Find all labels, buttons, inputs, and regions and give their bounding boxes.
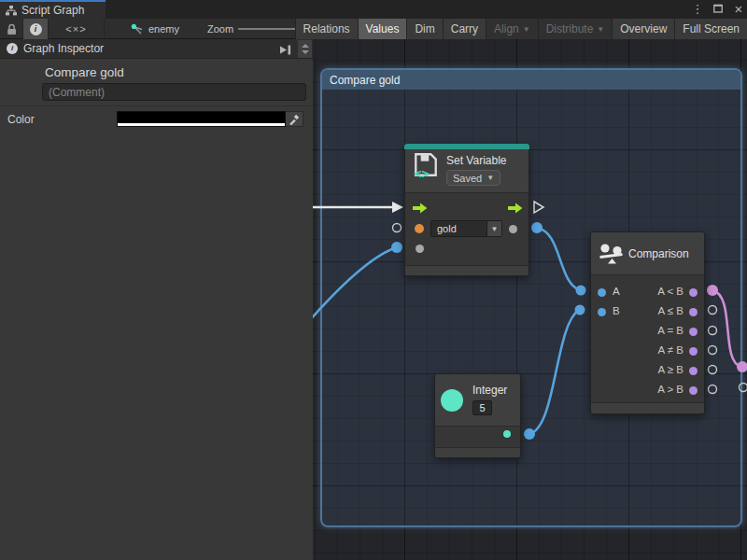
output-label: A ≤ B [658,305,684,316]
output-label: A = B [657,325,684,336]
flow-output-port[interactable] [508,203,523,214]
zoom-label: Zoom [207,19,233,39]
comment-input[interactable] [42,83,306,101]
color-swatch[interactable] [117,111,286,127]
distribute-dropdown[interactable]: Distribute ▼ [539,19,613,39]
arrow-down-icon [302,50,309,54]
dim-toggle[interactable]: Dim [407,19,443,39]
relations-toggle[interactable]: Relations [296,19,359,39]
integer-circle-icon [441,389,463,412]
fallback-input-port[interactable] [416,245,424,253]
node-title: Set Variable [446,154,506,167]
variable-input-port[interactable] [415,224,424,233]
node-integer[interactable]: Integer 5 [434,373,521,458]
value-output-port[interactable] [509,225,517,233]
window-menu-icon[interactable]: ⋮ [691,0,704,19]
output-port-greater[interactable] [689,386,698,395]
inspector-toggle-button[interactable]: i [23,19,49,39]
info-icon: i [7,43,18,54]
chevron-down-icon: ▼ [486,221,501,236]
save-variable-icon: <> [413,151,439,179]
integer-output-port[interactable] [503,430,511,438]
comparison-row: A ≥ B [591,361,704,381]
align-label: Align [494,22,519,35]
inspector-header-title: Graph Inspector [23,42,104,55]
window-maximize-icon[interactable] [712,0,725,19]
color-label: Color [7,113,35,126]
eyedropper-button[interactable] [286,111,303,127]
overview-button[interactable]: Overview [613,19,675,39]
chevron-down-icon: ▼ [486,174,494,182]
node-title: Comparison [628,247,689,260]
eyedropper-icon [289,114,300,125]
graph-breadcrumb[interactable]: enemy [131,19,179,39]
toolbar-toggles: Relations Values Dim Carry Align ▼ Distr… [295,19,747,39]
titlebar: Script Graph ⋮ × [0,0,747,19]
divider [0,105,313,106]
node-title: Integer [472,384,507,397]
output-label: A > B [657,384,684,395]
node-comparison[interactable]: Comparison A A < B B A ≤ B A = B A ≠ B [590,231,705,414]
inspector-header: i Graph Inspector [0,39,313,59]
variable-name: gold [431,223,486,234]
graph-canvas[interactable]: Compare gold [313,39,747,560]
align-dropdown[interactable]: Align ▼ [486,19,539,39]
input-label-b: B [613,305,620,316]
comparison-row: B A ≤ B [591,302,704,322]
node-footer [435,447,520,457]
window-close-icon[interactable]: × [732,0,745,19]
panel-spinner-control[interactable] [298,40,312,58]
info-icon: i [30,23,42,35]
graph-inspector-panel: i Graph Inspector Compare gold Color [0,39,313,560]
output-label: A ≥ B [658,364,684,375]
code-view-button[interactable]: <×> [49,19,105,39]
alpha-bar [118,123,285,126]
node-set-variable[interactable]: <> Set Variable Saved ▼ gold ▼ [404,144,529,276]
variable-kind-dropdown[interactable]: Saved ▼ [446,170,500,186]
distribute-label: Distribute [546,22,594,35]
full-screen-button[interactable]: Full Screen [675,19,747,39]
lock-icon [7,23,17,35]
integer-value-field[interactable]: 5 [472,400,492,415]
chevron-down-icon: ▼ [597,25,604,34]
output-port-equal[interactable] [689,328,698,336]
values-toggle[interactable]: Values [359,19,408,39]
comparison-row: A > B [591,381,704,400]
output-port-greater-equal[interactable] [689,367,698,375]
output-port-less[interactable] [689,288,698,297]
flow-input-port[interactable] [413,203,428,214]
variable-name-dropdown[interactable]: gold ▼ [430,220,502,237]
dock-panel-icon[interactable] [279,43,292,60]
lock-button[interactable] [0,19,23,39]
tab-script-graph[interactable]: Script Graph [0,0,106,19]
input-port-b[interactable] [598,308,606,316]
output-port-not-equal[interactable] [689,347,698,356]
node-footer [591,402,704,413]
graph-name: enemy [148,23,179,35]
chevron-down-icon: ▼ [523,25,530,34]
comparison-row: A A < B [591,283,704,302]
window-controls: ⋮ × [691,0,745,19]
script-graph-window: Script Graph ⋮ × i <×> enemy [0,0,747,560]
graph-title: Compare gold [45,65,124,79]
output-label: A ≠ B [658,344,684,356]
arrow-up-icon [302,44,309,48]
output-port-less-equal[interactable] [689,308,698,316]
input-port-a[interactable] [598,288,606,297]
toolbar: i <×> enemy Zoom 1x Relations Values Dim… [0,19,747,39]
output-label: A < B [657,286,684,297]
input-label-a: A [613,286,620,297]
carry-toggle[interactable]: Carry [444,19,486,39]
comparison-row: A ≠ B [591,342,704,361]
comparison-scale-icon [599,243,624,266]
graph-node-icon [131,23,144,35]
svg-text:<>: <> [414,166,430,179]
group-title: Compare gold [330,74,400,87]
node-footer [405,265,529,275]
comparison-row: A = B [591,322,704,342]
tab-label: Script Graph [21,4,84,17]
variable-kind-label: Saved [453,173,482,184]
graph-tab-icon [6,6,17,16]
group-header[interactable]: Compare gold [322,70,740,90]
